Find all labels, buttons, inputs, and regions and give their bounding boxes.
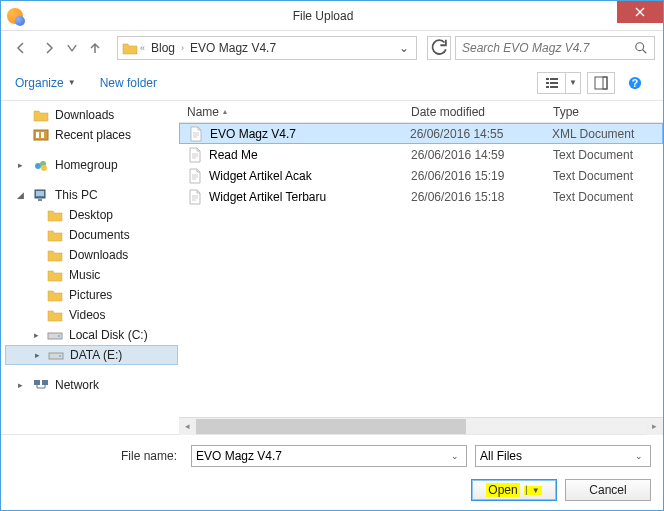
nav-tree[interactable]: DownloadsRecent places▸Homegroup◢This PC… (1, 101, 179, 434)
file-name: Read Me (209, 148, 258, 162)
body: DownloadsRecent places▸Homegroup◢This PC… (1, 101, 663, 434)
horizontal-scrollbar[interactable]: ◂ ▸ (179, 417, 663, 434)
svg-rect-4 (550, 82, 558, 84)
file-type: XML Document (544, 127, 662, 141)
tree-item-label: Recent places (55, 128, 131, 142)
scroll-right-icon[interactable]: ▸ (646, 418, 663, 435)
column-date[interactable]: Date modified (403, 101, 545, 122)
tree-item-music[interactable]: Music (5, 265, 178, 285)
close-button[interactable] (617, 1, 663, 23)
file-row[interactable]: EVO Magz V4.726/06/2016 14:55XML Documen… (179, 123, 663, 144)
tree-item-downloads[interactable]: Downloads (5, 245, 178, 265)
chevron-right-icon: › (181, 43, 184, 53)
window-title: File Upload (29, 9, 617, 23)
recent-dropdown[interactable] (65, 36, 79, 60)
file-date: 26/06/2016 15:19 (403, 169, 545, 183)
svg-rect-12 (36, 132, 39, 138)
svg-point-21 (58, 335, 60, 337)
footer: File name: EVO Magz V4.7⌄ All Files⌄ Ope… (1, 434, 663, 511)
file-row[interactable]: Read Me26/06/2016 14:59Text Document (179, 144, 663, 165)
breadcrumb-item[interactable]: EVO Magz V4.7 (186, 41, 280, 55)
refresh-button[interactable] (427, 36, 451, 60)
filename-field[interactable]: EVO Magz V4.7⌄ (191, 445, 467, 467)
network-icon (33, 378, 49, 392)
organize-label: Organize (15, 76, 64, 90)
open-button[interactable]: Open▏▼ (471, 479, 557, 501)
breadcrumb[interactable]: « Blog › EVO Magz V4.7 ⌄ (117, 36, 417, 60)
tree-item-documents[interactable]: Documents (5, 225, 178, 245)
expander-icon[interactable]: ◢ (15, 190, 25, 200)
tree-item-videos[interactable]: Videos (5, 305, 178, 325)
firefox-icon (7, 8, 23, 24)
file-type: Text Document (545, 190, 663, 204)
tree-item-thispc[interactable]: ◢This PC (5, 185, 178, 205)
file-rows[interactable]: EVO Magz V4.726/06/2016 14:55XML Documen… (179, 123, 663, 417)
expander-icon[interactable]: ▸ (15, 380, 25, 390)
tree-item-downloads-q[interactable]: Downloads (5, 105, 178, 125)
new-folder-button[interactable]: New folder (100, 76, 157, 90)
tree-item-label: Downloads (69, 248, 128, 262)
svg-rect-8 (603, 77, 607, 89)
tree-item-edrive[interactable]: ▸DATA (E:) (5, 345, 178, 365)
cancel-button[interactable]: Cancel (565, 479, 651, 501)
tree-item-pictures[interactable]: Pictures (5, 285, 178, 305)
up-button[interactable] (83, 36, 107, 60)
pc-icon (33, 188, 49, 202)
tree-item-network[interactable]: ▸Network (5, 375, 178, 395)
scroll-thumb[interactable] (196, 419, 466, 434)
svg-rect-2 (550, 78, 558, 80)
svg-rect-19 (38, 199, 42, 201)
forward-button[interactable] (37, 36, 61, 60)
expander-icon[interactable]: ▸ (15, 160, 25, 170)
folder-icon (47, 208, 63, 222)
back-button[interactable] (9, 36, 33, 60)
titlebar: File Upload (1, 1, 663, 31)
tree-item-cdrive[interactable]: ▸Local Disk (C:) (5, 325, 178, 345)
file-name: Widget Artikel Terbaru (209, 190, 326, 204)
document-icon (187, 189, 203, 205)
svg-rect-18 (36, 191, 44, 196)
folder-icon (47, 268, 63, 282)
file-date: 26/06/2016 15:18 (403, 190, 545, 204)
recent-icon (33, 128, 49, 142)
drive-icon (48, 348, 64, 362)
file-row[interactable]: Widget Artikel Terbaru26/06/2016 15:18Te… (179, 186, 663, 207)
svg-point-0 (636, 43, 644, 51)
organize-menu[interactable]: Organize▼ (15, 76, 76, 90)
filter-value: All Files (480, 449, 522, 463)
tree-item-homegroup[interactable]: ▸Homegroup (5, 155, 178, 175)
tree-item-desktop[interactable]: Desktop (5, 205, 178, 225)
view-mode-dropdown[interactable]: ▼ (565, 72, 581, 94)
expander-icon[interactable]: ▸ (32, 350, 42, 360)
column-type[interactable]: Type (545, 101, 663, 122)
file-name: Widget Artikel Acak (209, 169, 312, 183)
expander-icon[interactable]: ▸ (31, 330, 41, 340)
preview-pane-button[interactable] (587, 72, 615, 94)
folder-icon (47, 308, 63, 322)
filename-label: File name: (13, 449, 183, 463)
chevron-down-icon: ▼ (68, 78, 76, 87)
tree-item-recent[interactable]: Recent places (5, 125, 178, 145)
filetype-filter[interactable]: All Files⌄ (475, 445, 651, 467)
sort-asc-icon: ▴ (223, 107, 227, 116)
svg-rect-5 (546, 86, 549, 88)
folder-icon (33, 108, 49, 122)
search-box[interactable] (455, 36, 655, 60)
file-row[interactable]: Widget Artikel Acak26/06/2016 15:19Text … (179, 165, 663, 186)
chevron-down-icon: ⌄ (632, 451, 646, 461)
help-button[interactable]: ? (621, 72, 649, 94)
svg-rect-1 (546, 78, 549, 80)
breadcrumb-item[interactable]: Blog (147, 41, 179, 55)
folder-icon (47, 288, 63, 302)
breadcrumb-dropdown[interactable]: ⌄ (396, 41, 412, 55)
search-input[interactable] (462, 41, 634, 55)
open-label: Open (486, 483, 519, 497)
file-name: EVO Magz V4.7 (210, 127, 296, 141)
svg-rect-24 (34, 380, 40, 385)
column-name[interactable]: Name▴ (179, 101, 403, 122)
homegroup-icon (33, 158, 49, 172)
tree-item-label: Network (55, 378, 99, 392)
folder-icon (47, 228, 63, 242)
scroll-left-icon[interactable]: ◂ (179, 418, 196, 435)
view-mode-button[interactable] (537, 72, 565, 94)
